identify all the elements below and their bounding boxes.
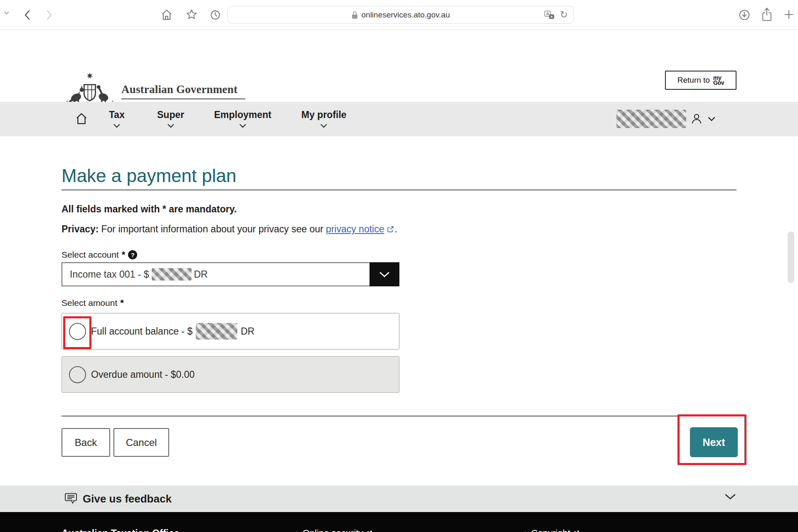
footer-divider xyxy=(62,416,736,416)
mygov-logo: my Gov xyxy=(713,75,724,85)
comment-bubble-icon xyxy=(64,493,78,505)
select-amount-label-row: Select amount * xyxy=(62,298,124,308)
nav-item-my-profile[interactable]: My profile xyxy=(301,109,347,128)
chevron-down-icon xyxy=(113,123,121,128)
nav-home-button[interactable] xyxy=(75,112,88,128)
downloads-icon[interactable] xyxy=(738,9,751,21)
history-clock-icon[interactable] xyxy=(209,9,221,21)
redacted-user-name xyxy=(616,110,686,128)
cancel-button[interactable]: Cancel xyxy=(113,428,169,457)
chevron-down-icon xyxy=(320,123,328,128)
scrollbar-thumb[interactable] xyxy=(788,232,794,283)
account-select-dropdown[interactable]: Income tax 001 - $ DR xyxy=(62,262,399,286)
privacy-notice-link[interactable]: privacy notice xyxy=(326,224,384,235)
svg-text:✕: ✕ xyxy=(550,15,553,19)
select-account-label: Select account xyxy=(62,250,119,260)
padlock-icon[interactable] xyxy=(352,11,358,19)
account-selected-value: Income tax 001 - $ DR xyxy=(70,263,208,286)
feedback-label: Give us feedback xyxy=(83,493,172,505)
wordmark-divider xyxy=(121,99,245,99)
return-to-mygov-button[interactable]: Return to my Gov xyxy=(665,71,736,90)
full-balance-option[interactable]: Full account balance - $ DR xyxy=(62,313,399,350)
back-button[interactable]: Back xyxy=(62,428,110,457)
chevron-down-icon xyxy=(239,123,247,128)
mandatory-note: All fields marked with * are mandatory. xyxy=(62,204,236,215)
next-button[interactable]: Next xyxy=(690,427,738,457)
external-link-icon xyxy=(574,530,579,532)
chevron-down-icon xyxy=(167,123,175,128)
external-link-icon xyxy=(387,226,394,233)
overdue-amount-radio[interactable] xyxy=(69,366,86,383)
browser-toolbar: onlineservices.ato.gov.au A ✕ ↻ xyxy=(0,0,798,30)
share-icon[interactable] xyxy=(761,7,773,22)
chevron-down-icon[interactable] xyxy=(724,493,736,500)
overdue-amount-option[interactable]: Overdue amount - $0.00 xyxy=(62,356,399,393)
browser-window: onlineservices.ato.gov.au A ✕ ↻ xyxy=(0,0,798,532)
primary-nav: Tax Super Employment My profile xyxy=(0,102,798,136)
bookmark-star-icon[interactable] xyxy=(185,8,198,21)
chevron-right-icon: › xyxy=(525,528,528,532)
give-feedback-bar[interactable]: Give us feedback xyxy=(0,485,798,512)
site-footer: Australian Taxation Office › Online secu… xyxy=(0,512,798,532)
translate-icon[interactable]: A ✕ xyxy=(544,10,555,20)
footer-brand: Australian Taxation Office xyxy=(62,528,179,532)
home-icon[interactable] xyxy=(160,8,173,22)
nav-item-employment[interactable]: Employment xyxy=(214,109,271,128)
reload-icon[interactable]: ↻ xyxy=(560,10,568,20)
select-amount-label: Select amount xyxy=(62,298,117,308)
chevron-down-icon xyxy=(379,271,390,278)
person-icon xyxy=(690,113,703,125)
back-button[interactable] xyxy=(23,9,32,21)
forward-button[interactable] xyxy=(44,9,54,21)
return-label: Return to xyxy=(677,76,710,85)
url-bar[interactable]: onlineservices.ato.gov.au A ✕ ↻ xyxy=(227,6,574,24)
nav-item-super[interactable]: Super xyxy=(157,109,184,128)
svg-text:A: A xyxy=(546,12,549,16)
window-menu-chevron-icon[interactable] xyxy=(3,11,10,15)
required-asterisk: * xyxy=(120,298,124,308)
privacy-period: . xyxy=(395,224,397,235)
site-header: Australian Government Australian Taxatio… xyxy=(0,30,798,102)
overdue-amount-label: Overdue amount - $0.00 xyxy=(91,369,195,380)
url-text: onlineservices.ato.gov.au xyxy=(362,10,450,20)
footer-link-online-security[interactable]: › Online security xyxy=(296,528,372,532)
full-balance-radio[interactable] xyxy=(69,323,86,340)
redacted-account-amount xyxy=(152,268,192,281)
new-tab-plus-icon[interactable] xyxy=(783,9,795,20)
footer-link-copyright[interactable]: › Copyright xyxy=(525,528,579,532)
chevron-right-icon: › xyxy=(296,528,299,532)
external-link-icon xyxy=(367,530,372,532)
feedback-inner: Give us feedback xyxy=(64,485,172,512)
dropdown-chevron-button[interactable] xyxy=(369,262,399,286)
privacy-text: For important information about your pri… xyxy=(101,224,323,235)
privacy-note: Privacy: For important information about… xyxy=(62,224,397,235)
select-account-label-row: Select account * ? xyxy=(62,249,137,260)
nav-item-tax[interactable]: Tax xyxy=(109,109,125,128)
title-divider xyxy=(62,190,736,190)
full-balance-label: Full account balance - $ DR xyxy=(91,323,254,340)
required-asterisk: * xyxy=(122,249,126,260)
user-menu[interactable] xyxy=(616,106,716,132)
chevron-down-icon xyxy=(707,116,716,121)
gov-title: Australian Government xyxy=(121,83,245,96)
help-question-icon[interactable]: ? xyxy=(128,250,137,259)
redacted-balance-amount xyxy=(196,323,237,340)
page-title: Make a payment plan xyxy=(62,165,236,186)
privacy-label: Privacy: xyxy=(62,224,99,235)
